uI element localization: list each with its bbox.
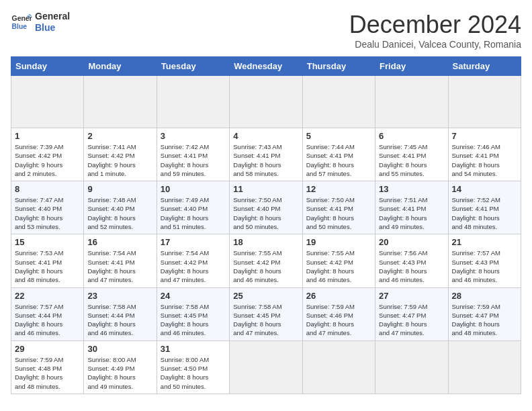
calendar-cell: 14Sunrise: 7:52 AM Sunset: 4:41 PM Dayli… [448, 181, 521, 234]
calendar-cell: 22Sunrise: 7:57 AM Sunset: 4:44 PM Dayli… [11, 287, 84, 340]
day-detail: Sunrise: 7:47 AM Sunset: 4:40 PM Dayligh… [15, 195, 80, 231]
calendar-week-1: 1Sunrise: 7:39 AM Sunset: 4:42 PM Daylig… [11, 128, 521, 181]
day-detail: Sunrise: 7:57 AM Sunset: 4:44 PM Dayligh… [15, 302, 80, 338]
day-number: 17 [161, 237, 226, 247]
calendar-cell [230, 340, 302, 394]
calendar-cell: 7Sunrise: 7:46 AM Sunset: 4:41 PM Daylig… [448, 128, 521, 181]
day-number: 27 [379, 291, 444, 301]
day-detail: Sunrise: 7:42 AM Sunset: 4:41 PM Dayligh… [161, 142, 226, 178]
calendar-cell [84, 76, 157, 128]
calendar-cell: 2Sunrise: 7:41 AM Sunset: 4:42 PM Daylig… [84, 128, 157, 181]
col-header-saturday: Saturday [448, 57, 521, 76]
calendar-cell: 21Sunrise: 7:57 AM Sunset: 4:43 PM Dayli… [448, 234, 521, 287]
logo-icon: General Blue [11, 11, 32, 33]
logo-text-blue: Blue [35, 22, 70, 34]
col-header-monday: Monday [84, 57, 157, 76]
day-number: 9 [87, 184, 152, 194]
calendar-cell: 1Sunrise: 7:39 AM Sunset: 4:42 PM Daylig… [11, 128, 84, 181]
calendar-cell: 24Sunrise: 7:58 AM Sunset: 4:45 PM Dayli… [157, 287, 229, 340]
svg-text:Blue: Blue [12, 22, 28, 30]
calendar-cell: 27Sunrise: 7:59 AM Sunset: 4:47 PM Dayli… [375, 287, 448, 340]
calendar-week-2: 8Sunrise: 7:47 AM Sunset: 4:40 PM Daylig… [11, 181, 521, 234]
day-number: 23 [87, 291, 152, 301]
day-detail: Sunrise: 7:48 AM Sunset: 4:40 PM Dayligh… [87, 195, 152, 231]
calendar-cell: 11Sunrise: 7:50 AM Sunset: 4:40 PM Dayli… [230, 181, 302, 234]
calendar-week-5: 29Sunrise: 7:59 AM Sunset: 4:48 PM Dayli… [11, 340, 521, 394]
calendar-cell: 20Sunrise: 7:56 AM Sunset: 4:43 PM Dayli… [375, 234, 448, 287]
calendar-cell: 5Sunrise: 7:44 AM Sunset: 4:41 PM Daylig… [302, 128, 375, 181]
day-number: 1 [15, 131, 80, 141]
month-title: December 2024 [349, 11, 521, 39]
calendar-cell [157, 76, 229, 128]
col-header-tuesday: Tuesday [157, 57, 229, 76]
calendar-cell [302, 340, 375, 394]
day-number: 6 [379, 131, 444, 141]
day-number: 10 [161, 184, 226, 194]
calendar-cell: 16Sunrise: 7:54 AM Sunset: 4:41 PM Dayli… [84, 234, 157, 287]
day-number: 3 [161, 131, 226, 141]
day-detail: Sunrise: 7:53 AM Sunset: 4:41 PM Dayligh… [15, 248, 80, 284]
calendar-cell: 18Sunrise: 7:55 AM Sunset: 4:42 PM Dayli… [230, 234, 302, 287]
day-number: 5 [306, 131, 371, 141]
day-number: 21 [452, 237, 517, 247]
calendar-week-4: 22Sunrise: 7:57 AM Sunset: 4:44 PM Dayli… [11, 287, 521, 340]
logo-text-general: General [35, 11, 70, 22]
day-number: 14 [452, 184, 517, 194]
col-header-thursday: Thursday [302, 57, 375, 76]
calendar-cell: 4Sunrise: 7:43 AM Sunset: 4:41 PM Daylig… [230, 128, 302, 181]
calendar-cell: 30Sunrise: 8:00 AM Sunset: 4:49 PM Dayli… [84, 340, 157, 394]
calendar-cell: 28Sunrise: 7:59 AM Sunset: 4:47 PM Dayli… [448, 287, 521, 340]
calendar-cell [448, 340, 521, 394]
day-number: 12 [306, 184, 371, 194]
day-detail: Sunrise: 7:56 AM Sunset: 4:43 PM Dayligh… [379, 248, 444, 284]
day-detail: Sunrise: 7:55 AM Sunset: 4:42 PM Dayligh… [233, 248, 298, 284]
day-number: 22 [15, 291, 80, 301]
calendar-cell: 3Sunrise: 7:42 AM Sunset: 4:41 PM Daylig… [157, 128, 229, 181]
day-number: 31 [161, 344, 226, 354]
calendar-cell: 29Sunrise: 7:59 AM Sunset: 4:48 PM Dayli… [11, 340, 84, 394]
col-header-sunday: Sunday [11, 57, 84, 76]
day-detail: Sunrise: 7:50 AM Sunset: 4:40 PM Dayligh… [233, 195, 298, 231]
day-number: 7 [452, 131, 517, 141]
day-detail: Sunrise: 8:00 AM Sunset: 4:50 PM Dayligh… [161, 355, 226, 391]
location-subtitle: Dealu Danicei, Valcea County, Romania [349, 39, 521, 50]
calendar-cell: 25Sunrise: 7:58 AM Sunset: 4:45 PM Dayli… [230, 287, 302, 340]
day-number: 13 [379, 184, 444, 194]
day-detail: Sunrise: 7:59 AM Sunset: 4:47 PM Dayligh… [379, 302, 444, 338]
day-detail: Sunrise: 7:58 AM Sunset: 4:44 PM Dayligh… [87, 302, 152, 338]
day-number: 25 [233, 291, 298, 301]
day-detail: Sunrise: 7:57 AM Sunset: 4:43 PM Dayligh… [452, 248, 517, 284]
day-detail: Sunrise: 7:54 AM Sunset: 4:41 PM Dayligh… [87, 248, 152, 284]
day-number: 24 [161, 291, 226, 301]
calendar-cell: 6Sunrise: 7:45 AM Sunset: 4:41 PM Daylig… [375, 128, 448, 181]
day-number: 28 [452, 291, 517, 301]
day-detail: Sunrise: 7:44 AM Sunset: 4:41 PM Dayligh… [306, 142, 371, 178]
day-detail: Sunrise: 7:54 AM Sunset: 4:42 PM Dayligh… [161, 248, 226, 284]
day-number: 30 [87, 344, 152, 354]
logo: General Blue General Blue [11, 11, 70, 34]
day-number: 8 [15, 184, 80, 194]
calendar-cell: 13Sunrise: 7:51 AM Sunset: 4:41 PM Dayli… [375, 181, 448, 234]
day-detail: Sunrise: 7:51 AM Sunset: 4:41 PM Dayligh… [379, 195, 444, 231]
day-detail: Sunrise: 7:52 AM Sunset: 4:41 PM Dayligh… [452, 195, 517, 231]
day-number: 15 [15, 237, 80, 247]
day-detail: Sunrise: 7:50 AM Sunset: 4:41 PM Dayligh… [306, 195, 371, 231]
col-header-wednesday: Wednesday [230, 57, 302, 76]
calendar-cell: 19Sunrise: 7:55 AM Sunset: 4:42 PM Dayli… [302, 234, 375, 287]
calendar-cell [230, 76, 302, 128]
day-detail: Sunrise: 7:59 AM Sunset: 4:46 PM Dayligh… [306, 302, 371, 338]
day-detail: Sunrise: 7:58 AM Sunset: 4:45 PM Dayligh… [233, 302, 298, 338]
calendar-week-3: 15Sunrise: 7:53 AM Sunset: 4:41 PM Dayli… [11, 234, 521, 287]
day-detail: Sunrise: 7:55 AM Sunset: 4:42 PM Dayligh… [306, 248, 371, 284]
day-detail: Sunrise: 7:59 AM Sunset: 4:48 PM Dayligh… [15, 355, 80, 391]
day-number: 20 [379, 237, 444, 247]
day-number: 16 [87, 237, 152, 247]
day-detail: Sunrise: 7:39 AM Sunset: 4:42 PM Dayligh… [15, 142, 80, 178]
calendar-cell: 10Sunrise: 7:49 AM Sunset: 4:40 PM Dayli… [157, 181, 229, 234]
calendar-cell: 8Sunrise: 7:47 AM Sunset: 4:40 PM Daylig… [11, 181, 84, 234]
calendar-cell [375, 76, 448, 128]
calendar-cell [448, 76, 521, 128]
day-detail: Sunrise: 8:00 AM Sunset: 4:49 PM Dayligh… [87, 355, 152, 391]
title-block: December 2024 Dealu Danicei, Valcea Coun… [349, 11, 521, 50]
calendar-cell: 31Sunrise: 8:00 AM Sunset: 4:50 PM Dayli… [157, 340, 229, 394]
